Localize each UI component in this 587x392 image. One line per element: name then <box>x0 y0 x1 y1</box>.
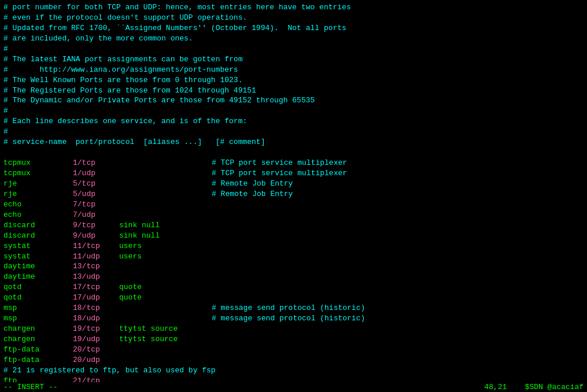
service-comment: # Remote Job Entry <box>212 190 293 198</box>
service-port: 5/tcp <box>73 179 119 189</box>
service-name: msp <box>3 313 73 324</box>
service-port: 13/tcp <box>73 261 119 272</box>
service-name: rje <box>3 189 73 199</box>
service-entry: chargen19/tcpttytst source <box>3 324 584 334</box>
comment-line-5: # <box>3 44 584 54</box>
service-comment: # TCP port service multiplexer <box>212 158 347 167</box>
service-name: msp <box>3 303 73 313</box>
service-name: ftp-data <box>3 355 73 365</box>
status-position: 48,21 $SDN @acaciaf <box>484 383 584 391</box>
service-port: 18/tcp <box>73 303 119 313</box>
service-name: systat <box>3 241 73 252</box>
service-alias: users <box>119 252 212 262</box>
service-port: 11/udp <box>73 252 119 262</box>
service-port: 9/tcp <box>73 220 119 231</box>
service-entry: daytime13/tcp <box>3 261 584 272</box>
service-entry: systat11/udpusers <box>3 252 584 262</box>
session-info: $SDN @acaciaf <box>525 383 584 391</box>
service-entry: ftp-data20/udp <box>3 355 584 365</box>
service-alias: quote <box>119 282 212 293</box>
service-entry: systat11/tcpusers <box>3 241 584 252</box>
service-name: echo <box>3 199 73 210</box>
service-port: 7/udp <box>73 210 119 220</box>
service-name: qotd <box>3 293 73 303</box>
status-mode: -- INSERT -- <box>3 383 58 391</box>
service-port: 19/udp <box>73 334 119 345</box>
service-alias: sink null <box>119 220 212 231</box>
comment-line-9: # The Registered Ports are those from 10… <box>3 86 584 96</box>
service-entry: msp18/udp# message send protocol (histor… <box>3 313 584 324</box>
comment-line-14: # service-name port/protocol [aliases ..… <box>3 137 584 147</box>
service-name: echo <box>3 210 73 220</box>
terminal: # port number for both TCP and UDP: henc… <box>0 0 587 392</box>
service-name: tcpmux <box>3 168 73 179</box>
service-name: chargen <box>3 324 73 334</box>
service-port: 20/tcp <box>73 345 119 355</box>
service-alias: quote <box>119 293 212 303</box>
service-name: chargen <box>3 334 73 345</box>
blank-1 <box>3 147 584 158</box>
service-port: 11/tcp <box>73 241 119 252</box>
service-port: 13/udp <box>73 272 119 282</box>
comment-line-2: # even if the protocol doesn't support U… <box>3 13 584 23</box>
comment-line-10: # The Dynamic and/or Private Ports are t… <box>3 95 584 106</box>
service-name: tcpmux <box>3 158 73 168</box>
service-port: 19/tcp <box>73 324 119 334</box>
service-alias: users <box>119 241 212 252</box>
comment-line-4: # are included, only the more common one… <box>3 34 584 44</box>
comment-line-3: # Updated from RFC 1700, ``Assigned Numb… <box>3 23 584 34</box>
comment-line-1: # port number for both TCP and UDP: henc… <box>3 2 584 13</box>
service-entry: qotd17/udpquote <box>3 293 584 303</box>
service-entry: daytime13/udp <box>3 272 584 282</box>
service-entry: ftp-data20/tcp <box>3 345 584 355</box>
service-alias: sink null <box>119 231 212 241</box>
entries-container: tcpmux1/tcp# TCP port service multiplexe… <box>3 158 584 365</box>
service-name: daytime <box>3 272 73 282</box>
service-port: 7/tcp <box>73 199 119 210</box>
service-port: 5/udp <box>73 189 119 199</box>
cursor-position: 48,21 <box>484 383 507 391</box>
service-name: rje <box>3 179 73 189</box>
service-entry: chargen19/udpttytst source <box>3 334 584 345</box>
service-port: 17/tcp <box>73 282 119 293</box>
service-entry: discard9/udpsink null <box>3 231 584 241</box>
service-port: 20/udp <box>73 355 119 365</box>
service-name: discard <box>3 220 73 231</box>
service-name: discard <box>3 231 73 241</box>
service-entry: rje5/tcp# Remote Job Entry <box>3 179 584 189</box>
comment-line-13: # <box>3 127 584 137</box>
service-name: qotd <box>3 282 73 293</box>
service-entry: rje5/udp# Remote Job Entry <box>3 189 584 199</box>
service-entry: echo7/tcp <box>3 199 584 210</box>
comment-line-7: # http://www.iana.org/assignments/port-n… <box>3 65 584 75</box>
service-entry: tcpmux1/udp# TCP port service multiplexe… <box>3 168 584 179</box>
service-entry: echo7/udp <box>3 210 584 220</box>
service-port: 1/tcp <box>73 158 119 168</box>
service-name: ftp-data <box>3 345 73 355</box>
service-entry: msp18/tcp# message send protocol (histor… <box>3 303 584 313</box>
service-port: 9/udp <box>73 231 119 241</box>
service-port: 1/udp <box>73 168 119 179</box>
service-entry: tcpmux1/tcp# TCP port service multiplexe… <box>3 158 584 168</box>
service-port: 18/udp <box>73 313 119 324</box>
mid-comment: # 21 is registered to ftp, but also used… <box>3 365 584 376</box>
comment-line-11: # <box>3 106 584 116</box>
service-comment: # message send protocol (historic) <box>212 314 365 323</box>
comment-line-8: # The Well Known Ports are those from 0 … <box>3 75 584 86</box>
service-comment: # TCP port service multiplexer <box>212 169 347 177</box>
service-port: 17/udp <box>73 293 119 303</box>
service-alias: ttytst source <box>119 334 212 345</box>
service-comment: # Remote Job Entry <box>212 179 293 188</box>
service-name: daytime <box>3 261 73 272</box>
service-entry: qotd17/tcpquote <box>3 282 584 293</box>
comment-line-6: # The latest IANA port assignments can b… <box>3 54 584 65</box>
comment-line-12: # Each line describes one service, and i… <box>3 116 584 127</box>
service-alias: ttytst source <box>119 324 212 334</box>
service-comment: # message send protocol (historic) <box>212 304 365 312</box>
service-entry: discard9/tcpsink null <box>3 220 584 231</box>
status-bar: -- INSERT -- 48,21 $SDN @acaciaf <box>0 382 587 392</box>
service-name: systat <box>3 252 73 262</box>
